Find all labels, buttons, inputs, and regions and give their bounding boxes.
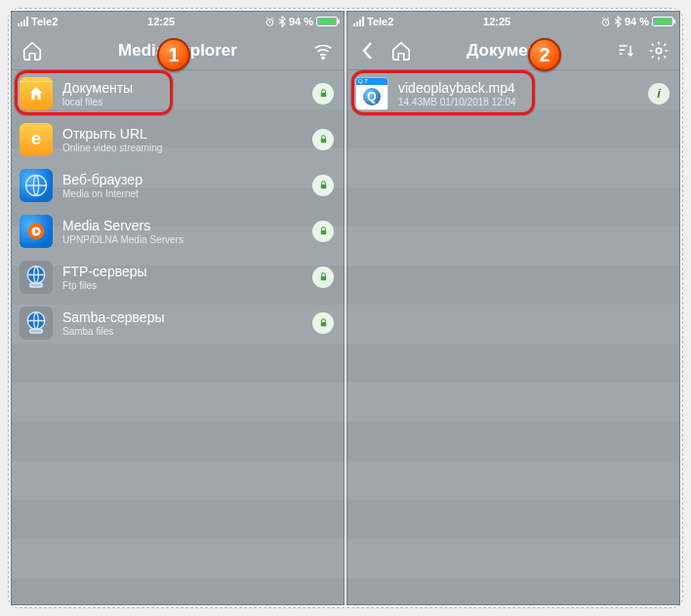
info-icon[interactable]: i (648, 83, 670, 104)
sort-icon[interactable] (615, 40, 636, 62)
row-web-browser[interactable]: Веб-браузер Media on Internet (12, 162, 344, 208)
alarm-icon (600, 17, 611, 27)
row-subtitle: Media on Internet (62, 188, 312, 199)
row-title: Samba-серверы (62, 309, 312, 325)
nav-bar-left: Media Explorer (12, 31, 344, 70)
file-row[interactable]: Q.T Q videoplayback.mp4 14.43MB 01/10/20… (347, 70, 679, 116)
signal-icon (353, 17, 364, 26)
row-title: Открыть URL (62, 126, 312, 142)
row-documents[interactable]: Документы local files (12, 70, 344, 116)
svg-rect-14 (320, 322, 326, 326)
carrier-label: Tele2 (31, 16, 58, 27)
alarm-icon (264, 17, 275, 27)
svg-point-16 (656, 48, 662, 54)
bluetooth-icon (614, 16, 622, 27)
row-open-url[interactable]: e Открыть URL Online video streaming (12, 116, 344, 162)
media-server-icon (20, 215, 53, 248)
svg-rect-10 (30, 283, 43, 287)
status-time: 12:25 (147, 16, 175, 27)
lock-icon (312, 221, 334, 242)
row-subtitle: UPNP/DLNA Media Servers (62, 234, 312, 245)
battery-percent: 94 % (289, 16, 313, 27)
url-icon: e (20, 123, 53, 156)
row-subtitle: local files (62, 97, 312, 107)
ftp-icon (20, 261, 53, 294)
status-left: Tele2 (353, 16, 393, 27)
row-subtitle: Online video streaming (62, 143, 312, 153)
file-name: videoplayback.mp4 (398, 80, 648, 96)
row-subtitle: Ftp files (62, 280, 312, 291)
row-subtitle: Samba files (62, 326, 312, 337)
row-title: Веб-браузер (62, 172, 312, 187)
svg-rect-2 (320, 93, 326, 97)
home-icon[interactable] (390, 40, 412, 62)
lock-icon (312, 267, 334, 288)
signal-icon (18, 17, 28, 26)
svg-rect-13 (30, 329, 43, 333)
phone-left: Tele2 12:25 94 % Media Explorer (11, 11, 345, 605)
status-right: 94 % (600, 16, 673, 27)
status-right: 94 % (264, 16, 338, 27)
lock-icon (312, 83, 334, 104)
row-title: Media Servers (62, 218, 312, 233)
svg-rect-11 (320, 276, 326, 280)
battery-icon (316, 17, 338, 26)
row-ftp-servers[interactable]: FTP-серверы Ftp files (12, 254, 344, 300)
left-content: Документы local files e Открыть URL Onli… (12, 70, 344, 604)
page-title: Media Explorer (80, 41, 275, 61)
status-time: 12:25 (483, 16, 510, 27)
wifi-icon[interactable] (312, 40, 334, 62)
qt-top-label: Q.T (356, 78, 387, 85)
status-bar: Tele2 12:25 94 % (347, 12, 679, 31)
quicktime-file-icon: Q.T Q (355, 77, 388, 110)
battery-icon (652, 17, 673, 26)
row-title: Документы (62, 80, 312, 96)
lock-icon (312, 175, 334, 196)
bluetooth-icon (278, 16, 286, 27)
file-meta: 14.43MB 01/10/2018 12:04 (398, 97, 648, 107)
row-samba-servers[interactable]: Samba-серверы Samba files (12, 300, 344, 346)
page-title: Документы (416, 41, 611, 61)
nav-bar-right: Документы (347, 31, 679, 70)
svg-rect-5 (320, 185, 326, 188)
svg-rect-3 (320, 139, 326, 143)
globe-icon (20, 169, 53, 202)
row-title: FTP-серверы (62, 264, 312, 279)
home-icon[interactable] (21, 40, 43, 62)
lock-icon (312, 129, 334, 150)
lock-icon (312, 312, 334, 334)
back-icon[interactable] (357, 40, 379, 62)
row-media-servers[interactable]: Media Servers UPNP/DLNA Media Servers (12, 208, 344, 254)
battery-percent: 94 % (625, 16, 649, 27)
gear-icon[interactable] (648, 40, 670, 62)
svg-rect-8 (320, 230, 326, 234)
carrier-label: Tele2 (367, 16, 393, 27)
svg-point-1 (322, 57, 324, 59)
folder-icon (20, 77, 53, 110)
status-bar: Tele2 12:25 94 % (12, 12, 344, 31)
samba-icon (20, 307, 53, 340)
status-left: Tele2 (18, 16, 58, 27)
phone-right: Tele2 12:25 94 % (346, 11, 680, 605)
right-content: Q.T Q videoplayback.mp4 14.43MB 01/10/20… (347, 70, 679, 604)
two-phone-frame: Tele2 12:25 94 % Media Explorer (8, 8, 683, 608)
